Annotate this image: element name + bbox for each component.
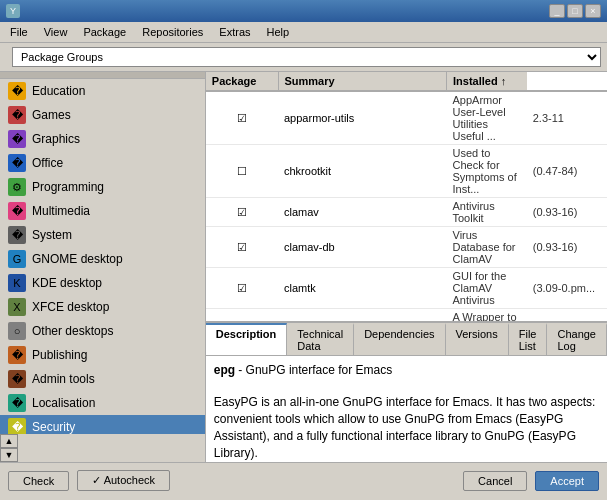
group-item-games[interactable]: �Games [0,103,205,127]
table-row[interactable]: ☑clamtkGUI for the ClamAV Antivirus(3.09… [206,268,607,309]
desc-content: epg - GnuPG interface for Emacs EasyPG i… [206,356,607,462]
panel-header [0,72,205,79]
games-icon: � [8,106,26,124]
close-button[interactable]: × [585,4,601,18]
table-row[interactable]: ☑clamavAntivirus Toolkit(0.93-16) [206,198,607,227]
group-item-graphics[interactable]: �Graphics [0,127,205,151]
scroll-up-button[interactable]: ▲ [0,434,18,448]
group-label-xfce: XFCE desktop [32,300,109,314]
localise-icon: � [8,394,26,412]
group-label-programming: Programming [32,180,104,194]
group-label-games: Games [32,108,71,122]
desc-tab-technical-data[interactable]: Technical Data [287,323,354,355]
table-row[interactable]: ☐chkrootkitUsed to Check for Symptoms of… [206,145,607,198]
group-label-office: Office [32,156,63,170]
desc-tab-dependencies[interactable]: Dependencies [354,323,445,355]
pkg-summary: Antivirus Toolkit [447,198,527,227]
pkg-name: clamtk [278,268,447,309]
scroll-down-button[interactable]: ▼ [0,448,18,462]
check-button[interactable]: Check [8,471,69,491]
pkg-checkbox[interactable]: ☑ [206,198,278,227]
group-item-system[interactable]: �System [0,223,205,247]
bottom-bar: Check ✓ Autocheck Cancel Accept [0,462,607,498]
group-label-graphics: Graphics [32,132,80,146]
menu-item-repositories[interactable]: Repositories [136,24,209,40]
package-table: PackageSummaryInstalled ↑ ☑apparmor-util… [206,72,607,322]
group-item-localise[interactable]: �Localisation [0,391,205,415]
group-item-kde[interactable]: KKDE desktop [0,271,205,295]
filter-select[interactable]: Package Groups Search Installation Summa… [12,47,601,67]
desc-package-text: EasyPG is an all-in-one GnuPG interface … [214,395,596,459]
pkg-summary: A Wrapper to Securely Run Insecure... [447,309,527,323]
col-header-package[interactable]: Package [206,72,278,91]
menu-item-package[interactable]: Package [77,24,132,40]
menu-item-file[interactable]: File [4,24,34,40]
group-item-gnome[interactable]: GGNOME desktop [0,247,205,271]
group-item-admin[interactable]: �Admin tools [0,367,205,391]
group-label-multimedia: Multimedia [32,204,90,218]
pkg-summary: Used to Check for Symptoms of Inst... [447,145,527,198]
desc-tab-file-list[interactable]: File List [509,323,548,355]
office-icon: � [8,154,26,172]
programming-icon: ⚙ [8,178,26,196]
group-label-localise: Localisation [32,396,95,410]
desc-panel: DescriptionTechnical DataDependenciesVer… [206,322,607,462]
autocheck-button[interactable]: ✓ Autocheck [77,470,170,491]
pkg-checkbox[interactable]: ☑ [206,91,278,145]
table-row[interactable]: ☑apparmor-utilsAppArmor User-Level Utili… [206,91,607,145]
kde-icon: K [8,274,26,292]
publishing-icon: � [8,346,26,364]
col-header-summary[interactable]: Summary [278,72,447,91]
pkg-name: clamav [278,198,447,227]
group-item-xfce[interactable]: XXFCE desktop [0,295,205,319]
left-panel: �Education�Games�Graphics�Office⚙Program… [0,72,206,462]
menu-item-view[interactable]: View [38,24,74,40]
group-item-office[interactable]: �Office [0,151,205,175]
desc-package-name: epg [214,363,235,377]
table-row[interactable]: ☑compartmA Wrapper to Securely Run Insec… [206,309,607,323]
group-label-system: System [32,228,72,242]
group-label-admin: Admin tools [32,372,95,386]
pkg-checkbox[interactable]: ☐ [206,145,278,198]
desc-tab-description[interactable]: Description [206,323,288,355]
gnome-icon: G [8,250,26,268]
group-label-security: Security [32,420,75,434]
desc-package-short: GnuPG interface for Emacs [246,363,393,377]
app-icon: Y [6,4,20,18]
accept-button[interactable]: Accept [535,471,599,491]
menu-item-extras[interactable]: Extras [213,24,256,40]
pkg-checkbox[interactable]: ☑ [206,309,278,323]
menu-item-help[interactable]: Help [261,24,296,40]
admin-icon: � [8,370,26,388]
filter-bar: Package Groups Search Installation Summa… [0,43,607,72]
group-item-other[interactable]: ○Other desktops [0,319,205,343]
graphics-icon: � [8,130,26,148]
table-row[interactable]: ☑clamav-dbVirus Database for ClamAV(0.93… [206,227,607,268]
group-item-programming[interactable]: ⚙Programming [0,175,205,199]
pkg-installed: (0.93-16) [527,227,607,268]
minimize-button[interactable]: _ [549,4,565,18]
group-item-multimedia[interactable]: �Multimedia [0,199,205,223]
cancel-button[interactable]: Cancel [463,471,527,491]
col-header-installed-↑[interactable]: Installed ↑ [447,72,527,91]
pkg-name: apparmor-utils [278,91,447,145]
pkg-checkbox[interactable]: ☑ [206,268,278,309]
group-label-publishing: Publishing [32,348,87,362]
group-item-publishing[interactable]: �Publishing [0,343,205,367]
xfce-icon: X [8,298,26,316]
group-item-education[interactable]: �Education [0,79,205,103]
pkg-checkbox[interactable]: ☑ [206,227,278,268]
pkg-summary: GUI for the ClamAV Antivirus [447,268,527,309]
pkg-name: compartm [278,309,447,323]
system-icon: � [8,226,26,244]
desc-tab-change-log[interactable]: Change Log [547,323,607,355]
desc-tab-versions[interactable]: Versions [446,323,509,355]
other-icon: ○ [8,322,26,340]
pkg-name: clamav-db [278,227,447,268]
maximize-button[interactable]: □ [567,4,583,18]
pkg-summary: Virus Database for ClamAV [447,227,527,268]
pkg-installed: (0.93-16) [527,198,607,227]
group-item-security[interactable]: �Security [0,415,205,434]
package-groups: �Education�Games�Graphics�Office⚙Program… [0,79,205,434]
group-label-other: Other desktops [32,324,113,338]
